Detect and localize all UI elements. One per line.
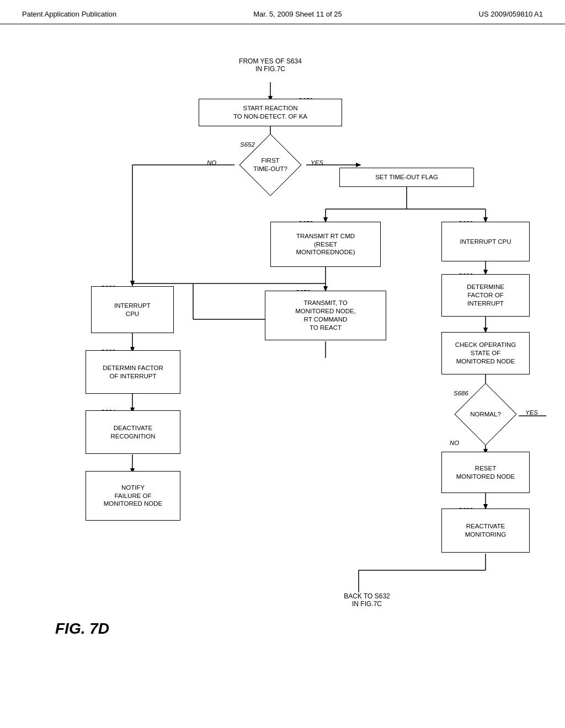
yes-label: YES	[311, 159, 323, 166]
header-left: Patent Application Publication	[22, 10, 116, 18]
no-label: NO	[207, 159, 216, 166]
s680-box: INTERRUPT CPU	[441, 222, 530, 261]
s650-box: START REACTION TO NON-DETECT. OF KA	[199, 99, 342, 126]
s690-box: REACTIVATE MONITORING	[441, 508, 530, 553]
s662-box: DETERMIN FACTOR OF INTERRUPT	[86, 350, 180, 394]
header-right: US 2009/059810 A1	[479, 10, 543, 18]
back-to-label: BACK TO S632 IN FIG.7C	[326, 592, 408, 608]
fig-label: FIG. 7D	[55, 620, 109, 638]
page-header: Patent Application Publication Mar. 5, 2…	[0, 0, 565, 24]
from-yes-label: FROM YES OF S634 IN FIG.7C	[221, 57, 320, 73]
s674-box: SET TIME-OUT FLAG	[339, 168, 474, 187]
s688-box: RESET MONITORED NODE	[441, 452, 530, 493]
s660-box: INTERRUPT CPU	[91, 286, 174, 333]
svg-marker-18	[130, 281, 135, 286]
s652-diamond: FIRST TIME-OUT?	[234, 143, 306, 187]
s684-box: CHECK OPERATING STATE OF MONITORED NODE	[441, 332, 530, 374]
diagram-area: FROM YES OF S634 IN FIG.7C S650 START RE…	[0, 24, 565, 703]
header-center: Mar. 5, 2009 Sheet 11 of 25	[253, 10, 342, 18]
svg-marker-5	[356, 163, 361, 167]
svg-marker-8	[130, 281, 135, 286]
s682-box: DETERMINE FACTOR OF INTERRUPT	[441, 274, 530, 317]
normal-yes-label: YES	[525, 409, 538, 416]
s666-box: NOTIFY FAILURE OF MONITORED NODE	[86, 471, 180, 521]
s686-diamond: NORMAL?	[450, 391, 521, 438]
s676-box: TRANSMIT RT CMD (RESET MONITOREDNODE)	[270, 222, 381, 267]
normal-no-label: NO	[450, 440, 459, 446]
s658-box: TRANSMIT, TO MONITORED NODE, RT COMMAND …	[265, 291, 386, 340]
s664-box: DEACTIVATE RECOGNITION	[86, 410, 180, 454]
